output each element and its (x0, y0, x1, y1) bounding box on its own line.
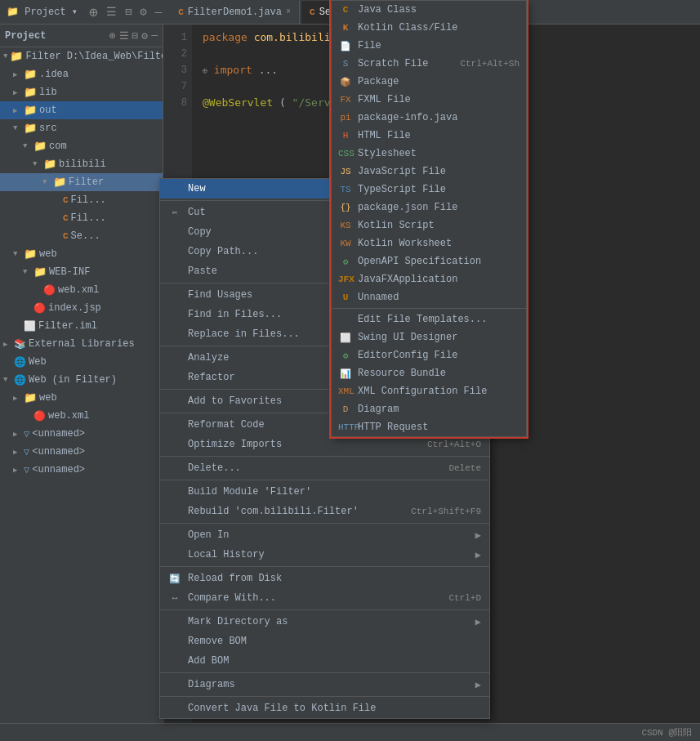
tree-unnamed3[interactable]: ▶ ▽ <unnamed> (0, 461, 163, 479)
package-icon: 📦 (338, 77, 353, 87)
submenu-kotlin-script[interactable]: KS Kotlin Script (332, 216, 526, 234)
submenu-ts-file[interactable]: TS TypeScript File (332, 181, 526, 199)
submenu-package-info[interactable]: pi package-info.java (332, 109, 526, 127)
tree-idea[interactable]: ▶ 📁 .idea (0, 65, 163, 83)
sidebar-icon-2[interactable]: ☰ (119, 29, 129, 42)
javafx-icon: JFX (338, 275, 353, 284)
submenu-file[interactable]: 📄 File (332, 37, 526, 55)
tree-file-1[interactable]: C Fil... (0, 191, 163, 209)
submenu-kotlin-class[interactable]: K Kotlin Class/File (332, 19, 526, 37)
submenu-kotlin-worksheet[interactable]: KW Kotlin Worksheet (332, 234, 526, 252)
menu-item-openin[interactable]: Open In ▶ (160, 525, 489, 545)
submenu-html-file[interactable]: H HTML File (332, 127, 526, 145)
file-icon-c3: C (63, 231, 69, 241)
menu-item-comparewith[interactable]: ↔ Compare With... Ctrl+D (160, 588, 489, 608)
menu-item-rebuild[interactable]: Rebuild 'com.bilibili.Filter' Ctrl+Shift… (160, 502, 489, 521)
tree-lib[interactable]: ▶ 📁 lib (0, 83, 163, 101)
submenu-packagejson[interactable]: {} package.json File (332, 199, 526, 216)
tab-close-icon[interactable]: × (286, 7, 291, 16)
tree-com[interactable]: ▼ 📁 com (0, 137, 163, 155)
submenu-fxml[interactable]: FX FXML File (332, 91, 526, 109)
submenu-diagram[interactable]: D Diagram (332, 400, 526, 418)
submenu-js-file[interactable]: JS JavaScript File (332, 163, 526, 181)
sidebar-title: Project (5, 30, 46, 42)
folder-icon-web: 📁 (24, 248, 37, 261)
tree-out[interactable]: ▶ 📁 out (0, 101, 163, 119)
submenu-unnamed[interactable]: U Unnamed (332, 288, 526, 306)
sidebar-icon-1[interactable]: ⊕ (109, 29, 116, 42)
tree-bilibili[interactable]: ▼ 📁 bilibili (0, 155, 163, 173)
line-num-3: 3 (163, 62, 192, 78)
filter-icon-1: ▽ (24, 428, 29, 440)
diagram-icon: D (338, 404, 353, 414)
menu-item-addbom[interactable]: Add BOM (160, 651, 489, 671)
web-in-filter-icon: 🌐 (14, 374, 26, 386)
submenu-stylesheet[interactable]: CSS Stylesheet (332, 145, 526, 163)
sidebar-icon-3[interactable]: ⊟ (132, 29, 139, 42)
submenu-xml-config[interactable]: XML XML Configuration File (332, 382, 526, 400)
editorconfig-icon: ⚙ (338, 350, 353, 361)
submenu-resource-bundle[interactable]: 📊 Resource Bundle (332, 364, 526, 382)
tree-file-2[interactable]: C Fil... (0, 209, 163, 227)
submenu-new: C Java Class K Kotlin Class/File 📄 File … (331, 0, 527, 437)
tree-indexjsp[interactable]: 🔴 index.jsp (0, 299, 163, 317)
tree-web[interactable]: ▼ 📁 web (0, 245, 163, 263)
xml-config-icon: XML (338, 386, 353, 396)
web-icon: 🌐 (14, 356, 26, 368)
tree-webxml2[interactable]: 🔴 web.xml (0, 407, 163, 425)
sidebar-icon-5[interactable]: — (151, 29, 158, 42)
submenu-swing-ui[interactable]: ⬜ Swing UI Designer (332, 328, 526, 346)
submenu-http-request[interactable]: HTTP HTTP Request (332, 418, 526, 436)
line-num-2: 2 (163, 46, 192, 62)
submenu-javafx[interactable]: JFX JavaFXApplication (332, 270, 526, 288)
tree-filteriml[interactable]: ⬜ Filter.iml (0, 317, 163, 335)
submenu-edit-templates[interactable]: Edit File Templates... (332, 310, 526, 328)
menu-item-delete[interactable]: Delete... Delete (160, 458, 489, 478)
tree-src[interactable]: ▼ 📁 src (0, 119, 163, 137)
tree-unnamed1[interactable]: ▶ ▽ <unnamed> (0, 425, 163, 443)
stylesheet-icon: CSS (338, 149, 353, 158)
menu-item-convertjava[interactable]: Convert Java File to Kotlin File (160, 699, 489, 718)
package-info-icon: pi (338, 113, 353, 123)
tree-webinf[interactable]: ▼ 📁 WEB-INF (0, 263, 163, 281)
tree-web-section[interactable]: 🌐 Web (0, 353, 163, 371)
submenu-java-class[interactable]: C Java Class (332, 1, 526, 19)
scratch-file-icon: S (338, 59, 353, 69)
menu-item-diagrams[interactable]: Diagrams ▶ (160, 675, 489, 694)
menu-item-optimizeimports[interactable]: Optimize Imports Ctrl+Alt+O (160, 435, 489, 454)
fold-icon[interactable]: ⊕ (203, 66, 207, 75)
menu-item-removebom[interactable]: Remove BOM (160, 632, 489, 651)
folder-icon-bilibili: 📁 (43, 158, 56, 171)
tree-file-3[interactable]: C Se... (0, 227, 163, 245)
folder-icon-com: 📁 (33, 140, 47, 153)
submenu-editorconfig[interactable]: ⚙ EditorConfig File (332, 346, 526, 364)
menu-item-buildmodule[interactable]: Build Module 'Filter' (160, 482, 489, 502)
sidebar-icon-4[interactable]: ⚙ (141, 29, 148, 42)
tab-filterdemo1[interactable]: C FilterDemo1.java × (170, 1, 300, 24)
tree-ext-libs[interactable]: ▶ 📚 External Libraries (0, 335, 163, 353)
tree-filter-pkg[interactable]: ▼ 📁 Filter (0, 173, 163, 191)
tree-web-in-filter[interactable]: ▼ 🌐 Web (in Filter) (0, 371, 163, 389)
filter-icon-3: ▽ (24, 464, 29, 476)
fxml-icon: FX (338, 95, 353, 105)
tree-webxml[interactable]: 🔴 web.xml (0, 281, 163, 299)
menu-divider-6 (160, 456, 489, 457)
menu-divider-8 (160, 523, 489, 524)
menu-item-markdirectoryas[interactable]: Mark Directory as ▶ (160, 612, 489, 632)
kotlin-script-icon: KS (338, 221, 353, 230)
tree-root-filter[interactable]: ▼ 📁 Filter D:\Idea_Web\Filter (0, 47, 163, 65)
project-dropdown[interactable]: 📁 Project ▾ (7, 6, 78, 18)
line-num-7: 7 (163, 78, 192, 95)
submenu-package[interactable]: 📦 Package (332, 73, 526, 91)
menu-divider-7 (160, 480, 489, 480)
menu-item-localhistory[interactable]: Local History ▶ (160, 545, 489, 565)
tree-unnamed2[interactable]: ▶ ▽ <unnamed> (0, 443, 163, 461)
menu-item-reloadfromdisk[interactable]: 🔄 Reload from Disk (160, 569, 489, 588)
file-icon: 📄 (338, 41, 353, 51)
tree-web2[interactable]: ▶ 📁 web (0, 389, 163, 407)
submenu-divider-1 (332, 308, 526, 309)
java-file-icon-2: C (310, 7, 315, 17)
submenu-openapi[interactable]: ⚙ OpenAPI Specification (332, 252, 526, 270)
unnamed-icon: U (338, 292, 353, 302)
submenu-scratch-file[interactable]: S Scratch File Ctrl+Alt+Sh (332, 55, 526, 73)
